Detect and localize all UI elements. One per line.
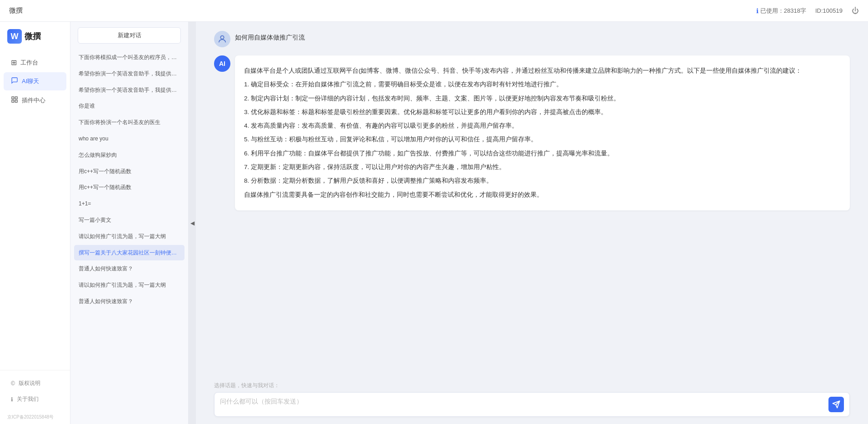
user-bubble: 如何用自媒体做推广引流 (235, 31, 305, 45)
user-avatar (214, 31, 230, 47)
footer-item-label: 版权说明 (19, 379, 40, 387)
ai-point-5: 5. 与粉丝互动：积极与粉丝互动，回复评论和私信，可以增加用户对你的认可和信任，… (244, 134, 841, 145)
history-item[interactable]: who are you (74, 131, 185, 147)
ai-message: AI 自媒体平台是个人或团队通过互联网平台(如博客、微博、微信公众号、抖音、快手… (214, 55, 850, 210)
ai-point-1: 1. 确定目标受众：在开始自媒体推广引流之前，需要明确目标受众是谁，以便在发布内… (244, 79, 841, 90)
history-item[interactable]: 下面你将模拟成一个叫圣友的程序员，我说... (74, 50, 185, 65)
usage-icon: ℹ (756, 7, 758, 15)
topbar-right: ℹ 已使用：28318字 ID:100519 ⏻ (756, 7, 859, 15)
copyright-icon: © (11, 380, 15, 387)
history-item[interactable]: 用c++写一个随机函数 (74, 180, 185, 195)
logo-icon: W (7, 29, 22, 44)
history-item[interactable]: 请以如何推广引流为题，写一篇大纲 (74, 277, 185, 293)
about-icon: ℹ (11, 396, 13, 403)
ai-point-4: 4. 发布高质量内容：发布高质量、有价值、有趣的内容可以吸引更多的粉丝，并提高用… (244, 120, 841, 131)
ai-avatar: AI (214, 55, 230, 72)
chat-input[interactable] (220, 396, 825, 413)
history-item[interactable]: 请以如何推广引流为题，写一篇大纲 (74, 229, 185, 244)
ai-conclusion: 自媒体推广引流需要具备一定的内容创作和社交能力，同时也需要不断尝试和优化，才能取… (244, 190, 841, 200)
history-list: 下面你将模拟成一个叫圣友的程序员，我说... 希望你扮演一个英语发音助手，我提供… (70, 49, 188, 424)
svg-rect-3 (12, 100, 14, 102)
input-wrapper (214, 392, 850, 417)
history-item[interactable]: 希望你扮演一个英语发音助手，我提供给你... (74, 82, 185, 98)
id-text: ID:100519 (815, 7, 843, 14)
chat-area: 如何用自媒体做推广引流 AI 自媒体平台是个人或团队通过互联网平台(如博客、微博… (196, 22, 868, 424)
history-item[interactable]: 1+1= (74, 196, 185, 212)
send-icon (832, 400, 840, 409)
history-item[interactable]: 下面你将扮演一个名叫圣友的医生 (74, 115, 185, 130)
topbar-title: 微撰 (9, 6, 23, 15)
logo-text: 微撰 (25, 31, 41, 42)
main-layout: W 微撰 ⊞ 工作台 AI聊天 插件中心 © (0, 22, 868, 424)
svg-rect-1 (15, 97, 17, 99)
svg-rect-0 (12, 97, 14, 99)
chat-input-area: 选择话题，快速与我对话： (196, 377, 868, 424)
footer-item-label: 关于我们 (17, 395, 39, 403)
history-item[interactable]: 用c++写一个随机函数 (74, 164, 185, 180)
sidebar-item-label: AI聊天 (22, 77, 39, 85)
ai-chat-icon (11, 77, 18, 86)
sidebar-nav: ⊞ 工作台 AI聊天 插件中心 (0, 48, 70, 370)
sidebar: W 微撰 ⊞ 工作台 AI聊天 插件中心 © (0, 22, 70, 424)
usage-info: ℹ 已使用：28318字 (756, 7, 806, 15)
sidebar-item-label: 插件中心 (22, 96, 45, 105)
workbench-icon: ⊞ (11, 58, 17, 67)
history-item[interactable]: 普通人如何快速致富？ (74, 261, 185, 277)
sidebar-item-plugin-center[interactable]: 插件中心 (4, 91, 66, 110)
new-conversation-button[interactable]: 新建对话 (78, 27, 181, 44)
quick-hint: 选择话题，快速与我对话： (214, 382, 850, 389)
history-item[interactable]: 你是谁 (74, 98, 185, 114)
sidebar-item-workbench[interactable]: ⊞ 工作台 (4, 54, 66, 71)
sidebar-logo: W 微撰 (0, 22, 70, 48)
sidebar-item-ai-chat[interactable]: AI聊天 (4, 72, 66, 90)
history-item[interactable]: 希望你扮演一个英语发音助手，我提供给你... (74, 66, 185, 82)
plugin-icon (11, 96, 18, 105)
svg-point-4 (220, 36, 224, 39)
sidebar-item-about[interactable]: ℹ 关于我们 (4, 392, 66, 407)
sidebar-item-label: 工作台 (20, 59, 38, 67)
logout-icon[interactable]: ⏻ (852, 7, 859, 15)
collapse-button[interactable]: ◀ (189, 22, 196, 424)
user-message: 如何用自媒体做推广引流 (214, 31, 850, 47)
ai-point-7: 7. 定期更新：定期更新内容，保持活跃度，可以让用户对你的内容产生兴趣，增加用户… (244, 162, 841, 173)
usage-text: 已使用：28318字 (760, 7, 806, 15)
ai-intro: 自媒体平台是个人或团队通过互联网平台(如博客、微博、微信公众号、抖音、快手等)发… (244, 65, 841, 76)
icp-text: 京ICP备2022015848号 (0, 412, 70, 424)
ai-point-2: 2. 制定内容计划：制定一份详细的内容计划，包括发布时间、频率、主题、文案、图片… (244, 93, 841, 104)
history-panel: 新建对话 下面你将模拟成一个叫圣友的程序员，我说... 希望你扮演一个英语发音助… (70, 22, 189, 424)
sidebar-item-copyright[interactable]: © 版权说明 (4, 376, 66, 391)
svg-rect-2 (15, 100, 17, 102)
chat-messages: 如何用自媒体做推广引流 AI 自媒体平台是个人或团队通过互联网平台(如博客、微博… (196, 22, 868, 377)
ai-bubble: 自媒体平台是个人或团队通过互联网平台(如博客、微博、微信公众号、抖音、快手等)发… (235, 55, 850, 210)
history-item[interactable]: 写一篇小黄文 (74, 212, 185, 228)
history-item-active[interactable]: 撰写一篇关于八大家花园社区一刻钟便民生... (74, 245, 185, 261)
sidebar-footer: © 版权说明 ℹ 关于我们 (0, 370, 70, 412)
send-button[interactable] (828, 397, 844, 412)
ai-point-6: 6. 利用平台推广功能：自媒体平台都提供了推广功能，如广告投放、付费推广等，可以… (244, 148, 841, 159)
ai-point-8: 8. 分析数据：定期分析数据，了解用户反馈和喜好，以便调整推广策略和内容发布频率… (244, 175, 841, 186)
topbar: 微撰 ℹ 已使用：28318字 ID:100519 ⏻ (0, 0, 868, 22)
ai-point-3: 3. 优化标题和标签：标题和标签是吸引粉丝的重要因素。优化标题和标签可以让更多的… (244, 107, 841, 118)
history-item[interactable]: 普通人如何快速致富？ (74, 294, 185, 309)
history-item[interactable]: 怎么做狗屎炒肉 (74, 147, 185, 163)
